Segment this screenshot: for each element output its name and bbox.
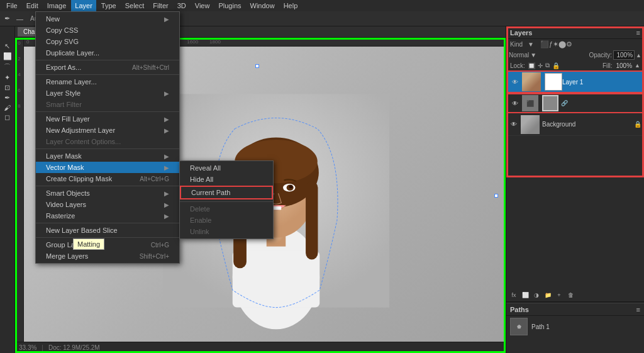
menu-3d[interactable]: 3D: [174, 0, 190, 11]
zoom-level: 33.3%: [19, 344, 36, 351]
menu-section-group: Group Layers Ctrl+G Merge Layers Shift+C…: [36, 238, 179, 263]
submenu-item-enable[interactable]: Enable: [180, 215, 273, 226]
marquee-tool-icon[interactable]: ⬜: [2, 52, 13, 60]
eraser-tool-icon[interactable]: ◻: [2, 113, 13, 121]
menu-item-smart-objects[interactable]: Smart Objects ▶: [36, 188, 179, 199]
menu-section-rename: Rename Layer... Layer Style ▶ Smart Filt…: [36, 75, 179, 112]
menu-section-objects: Smart Objects ▶ Video Layers ▶ Rasterize…: [36, 186, 179, 223]
menu-item-clipping-mask[interactable]: Create Clipping Mask Alt+Ctrl+G: [36, 173, 179, 184]
layers-panel: Layers ≡ Kind ▼ ⬛ƒ✶⬤⚙ Normal ▼ Opacity: …: [506, 26, 644, 303]
submenu-item-hide-all[interactable]: Hide All: [180, 174, 273, 185]
layer-eye-1[interactable]: 👁: [510, 77, 520, 87]
menu-item-duplicate[interactable]: Duplicate Layer...: [36, 47, 179, 59]
vector-mask-submenu: Reveal All Hide All Current Path: [179, 160, 274, 239]
lock-all-icon[interactable]: 🔒: [552, 62, 560, 69]
menu-item-copy-css[interactable]: Copy CSS: [36, 25, 179, 36]
menu-item-merge-layers[interactable]: Merge Layers Shift+Ctrl+: [36, 250, 179, 262]
menu-item-new-adjustment[interactable]: New Adjustment Layer ▶: [36, 125, 179, 136]
fill-value: 100%: [616, 62, 633, 69]
menu-help[interactable]: Help: [280, 0, 302, 11]
pen-tool-icon-left[interactable]: ✒: [2, 94, 13, 102]
svg-point-14: [289, 185, 293, 189]
lock-position-icon[interactable]: ✛: [538, 62, 543, 69]
submenu-item-delete[interactable]: Delete: [180, 203, 273, 215]
left-tool-panel: ↖ ⬜ ⌒ ✦ ⊡ ✒ 🖌 ◻: [0, 26, 15, 353]
move-tool-icon[interactable]: ↖: [2, 42, 13, 50]
submenu-item-reveal-all[interactable]: Reveal All: [180, 162, 273, 174]
right-panel: Layers ≡ Kind ▼ ⬛ƒ✶⬤⚙ Normal ▼ Opacity: …: [506, 26, 644, 353]
menu-type[interactable]: Type: [97, 0, 120, 11]
layers-title: Layers: [510, 29, 532, 36]
layer-dropdown-menu: New ▶ Copy CSS Copy SVG Duplicate Layer.…: [35, 11, 180, 264]
menu-edit[interactable]: Edit: [23, 0, 42, 11]
folder-button[interactable]: 📁: [543, 290, 553, 300]
menu-section-fill: New Fill Layer ▶ New Adjustment Layer ▶ …: [36, 112, 179, 149]
layer-mask-link: ⬛: [522, 95, 538, 111]
menu-layer[interactable]: Layer: [71, 0, 96, 11]
add-mask-button[interactable]: ⬜: [520, 290, 530, 300]
anchor-point-top: [255, 64, 259, 68]
pen-tool-icon[interactable]: ✒: [3, 14, 12, 23]
matting-tooltip: Matting: [73, 238, 104, 250]
path-row-1[interactable]: ⬟ Path 1: [506, 316, 644, 337]
lock-artboard-icon[interactable]: ⧉: [545, 62, 550, 69]
menu-select[interactable]: Select: [121, 0, 148, 11]
opacity-input[interactable]: [613, 50, 635, 60]
blend-mode-label: Normal: [509, 52, 529, 59]
layer-row-mask[interactable]: 👁 ⬛ 🔗: [506, 93, 644, 113]
layer-eye-bg[interactable]: 👁: [509, 120, 519, 130]
menu-item-new-fill[interactable]: New Fill Layer ▶: [36, 113, 179, 125]
layer-row-background[interactable]: 👁 Background 🔒: [506, 113, 644, 136]
menu-item-smart-filter[interactable]: Smart Filter: [36, 99, 179, 110]
menu-view[interactable]: View: [191, 0, 214, 11]
opacity-label: Opacity:: [589, 52, 612, 59]
menu-item-new[interactable]: New ▶: [36, 13, 179, 25]
lasso-tool-icon[interactable]: ⌒: [2, 62, 13, 72]
doc-info: Doc: 12.9M/25.2M: [48, 344, 100, 351]
menu-plugins[interactable]: Plugins: [214, 0, 245, 11]
menu-filter[interactable]: Filter: [149, 0, 172, 11]
magic-wand-icon[interactable]: ✦: [2, 74, 13, 82]
svg-rect-7: [306, 181, 318, 260]
adjustment-button[interactable]: ◑: [531, 290, 541, 300]
lock-pixels-icon[interactable]: 🔲: [528, 62, 535, 69]
menu-item-rasterize[interactable]: Rasterize ▶: [36, 210, 179, 221]
menu-item-video-layers[interactable]: Video Layers ▶: [36, 199, 179, 210]
menu-section-new: New ▶ Copy CSS Copy SVG Duplicate Layer.…: [36, 12, 179, 60]
submenu-section-edit: Delete Enable Unlink: [180, 202, 273, 238]
fx-button[interactable]: fx: [509, 290, 519, 300]
panel-menu-icon[interactable]: ≡: [636, 29, 640, 36]
layer-name-bg: Background: [542, 121, 631, 128]
submenu-section-reveal: Reveal All Hide All Current Path: [180, 161, 273, 202]
submenu-item-current-path[interactable]: Current Path: [181, 187, 272, 198]
delete-layer-button[interactable]: 🗑: [565, 290, 575, 300]
filter-icons: ⬛ƒ✶⬤⚙: [540, 40, 572, 48]
layer-eye-mask[interactable]: 👁: [510, 98, 520, 108]
brush-tool-icon[interactable]: 🖌: [2, 104, 13, 111]
layer-vector-mask-thumb: [542, 95, 558, 111]
menu-item-new-slice[interactable]: New Layer Based Slice: [36, 225, 179, 236]
menu-item-group-layers[interactable]: Group Layers Ctrl+G: [36, 239, 179, 250]
menu-item-content-options[interactable]: Layer Content Options...: [36, 136, 179, 147]
menu-item-copy-svg[interactable]: Copy SVG: [36, 36, 179, 47]
paths-menu-icon[interactable]: ≡: [636, 306, 640, 313]
menu-section-slice: New Layer Based Slice: [36, 223, 179, 238]
layer-mask-thumb-1: [545, 73, 562, 91]
anchor-point-right: [494, 194, 498, 198]
create-layer-button[interactable]: +: [554, 290, 564, 300]
menu-image[interactable]: Image: [43, 0, 70, 11]
menu-item-layer-style[interactable]: Layer Style ▶: [36, 87, 179, 99]
menu-item-rename[interactable]: Rename Layer...: [36, 76, 179, 87]
path-name-1: Path 1: [531, 323, 550, 330]
menu-item-export[interactable]: Export As... Alt+Shift+Ctrl: [36, 62, 179, 73]
menu-section-mask: Layer Mask ▶ Vector Mask ▶ Reveal All: [36, 149, 179, 186]
menu-file[interactable]: File: [3, 0, 21, 11]
layer-row-layer1[interactable]: 👁 Layer 1: [506, 70, 644, 93]
kind-row: Kind ▼ ⬛ƒ✶⬤⚙: [506, 39, 644, 50]
submenu-item-unlink[interactable]: Unlink: [180, 226, 273, 237]
paths-panel: Paths ≡ ⬟ Path 1: [506, 303, 644, 353]
menu-item-vector-mask[interactable]: Vector Mask ▶: [36, 162, 179, 173]
crop-tool-icon[interactable]: ⊡: [2, 84, 13, 92]
menu-item-layer-mask[interactable]: Layer Mask ▶: [36, 150, 179, 162]
menu-window[interactable]: Window: [247, 0, 279, 11]
